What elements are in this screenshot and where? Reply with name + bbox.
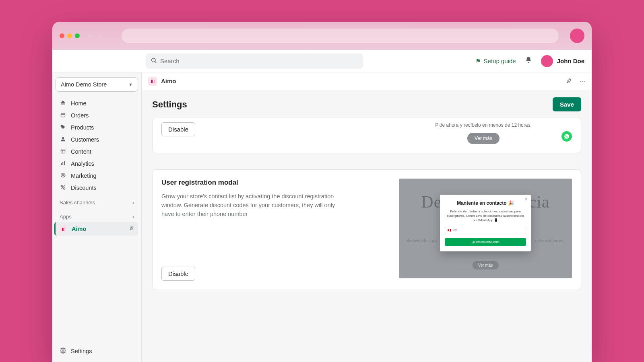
- app-header-actions: ⋯: [566, 78, 585, 85]
- sidebar-item-content[interactable]: Content: [56, 146, 138, 158]
- page-title: Settings: [152, 99, 187, 110]
- disable-button[interactable]: Disable: [161, 122, 195, 136]
- tag-icon: [60, 124, 66, 131]
- chevron-right-icon: ›: [132, 200, 134, 206]
- svg-point-0: [152, 58, 155, 62]
- sidebar: Aimo Demo Store ▼ Home Orders Products: [52, 72, 142, 362]
- sidebar-item-settings[interactable]: Settings: [56, 345, 138, 357]
- browser-window: ← → ⚑ Setup guide: [52, 22, 592, 362]
- more-icon[interactable]: ⋯: [579, 78, 585, 85]
- preview-caption: Pide ahora y recíbelo en menos de 12 hor…: [395, 122, 572, 128]
- card1-preview: Pide ahora y recíbelo en menos de 12 hor…: [395, 122, 572, 144]
- orders-icon: [60, 112, 66, 119]
- svg-rect-2: [61, 113, 65, 117]
- chevron-right-icon: ›: [132, 214, 134, 220]
- sidebar-item-label: Content: [71, 148, 91, 155]
- sidebar-item-label: Products: [71, 124, 94, 131]
- section-title: User registration modal: [161, 179, 387, 187]
- modal-description: Entérate de ofertas y colecciones exclus…: [445, 209, 526, 223]
- sidebar-item-label: Discounts: [71, 185, 97, 191]
- sidebar-item-marketing[interactable]: Marketing: [56, 170, 138, 182]
- registration-modal-preview: Des xxxxxxx ncia Bienvenido Tops xxxxxxx…: [399, 179, 572, 278]
- phone-input[interactable]: 🇵🇪 +51: [445, 227, 526, 234]
- sidebar-item-label: Aimo: [72, 226, 124, 232]
- apps-heading[interactable]: Apps ›: [56, 208, 138, 222]
- svg-point-10: [61, 185, 62, 187]
- pin-icon[interactable]: [129, 226, 134, 232]
- percent-icon: [60, 184, 66, 191]
- content-area: ◧ Aimo ⋯ Settings Save: [142, 72, 592, 362]
- svg-rect-6: [62, 162, 63, 165]
- preview-ver-mas-button: Ver más: [473, 261, 499, 269]
- sidebar-item-home[interactable]: Home: [56, 97, 138, 109]
- sidebar-item-discounts[interactable]: Discounts: [56, 182, 138, 194]
- aimo-app-icon: ◧: [60, 225, 67, 232]
- sidebar-bottom: Settings: [56, 339, 138, 357]
- home-icon: [60, 100, 66, 107]
- svg-point-9: [62, 175, 64, 176]
- cards-container: Disable Pide ahora y recíbelo en menos d…: [142, 117, 592, 302]
- aimo-badge-icon: ◧: [148, 77, 157, 86]
- svg-point-13: [62, 350, 64, 352]
- setup-guide-label: Setup guide: [484, 58, 516, 64]
- modal-title: Mantente en contacto 🎉: [445, 200, 526, 206]
- sales-channels-heading[interactable]: Sales channels ›: [56, 194, 138, 208]
- store-name: Aimo Demo Store: [61, 81, 107, 88]
- sidebar-item-label: Settings: [71, 348, 92, 354]
- sidebar-item-label: Orders: [71, 112, 89, 119]
- card-order-tracking: Disable Pide ahora y recíbelo en menos d…: [152, 117, 581, 153]
- sidebar-item-aimo[interactable]: ◧ Aimo: [54, 222, 138, 236]
- svg-line-12: [61, 185, 65, 189]
- page-header: Settings Save: [142, 90, 592, 117]
- window-close-icon[interactable]: [60, 33, 64, 38]
- svg-rect-4: [61, 149, 65, 153]
- window-minimize-icon[interactable]: [67, 33, 72, 38]
- sub-right: rato de internet.: [535, 238, 565, 243]
- nav-arrows: ← →: [88, 32, 104, 39]
- user-icon: [60, 136, 66, 143]
- setup-guide-link[interactable]: ⚑ Setup guide: [475, 58, 516, 65]
- sidebar-item-customers[interactable]: Customers: [56, 134, 138, 146]
- ver-mas-button[interactable]: Ver más: [467, 133, 500, 144]
- section-description: Grow your store's contact list by activa…: [161, 192, 339, 218]
- user-avatar: [541, 55, 553, 67]
- gear-icon: [60, 348, 66, 355]
- window-zoom-icon[interactable]: [75, 33, 80, 38]
- browser-profile-avatar[interactable]: [570, 29, 584, 43]
- disable-button[interactable]: Disable: [161, 267, 195, 281]
- chevron-down-icon: ▼: [128, 82, 133, 87]
- content-icon: [60, 148, 66, 155]
- app-header: ◧ Aimo ⋯: [142, 72, 592, 90]
- sidebar-item-orders[interactable]: Orders: [56, 109, 138, 121]
- topbar-right: ⚑ Setup guide John Doe: [475, 55, 584, 67]
- modal-cta-button[interactable]: Quiero mi descuento: [445, 238, 526, 246]
- search-icon: [151, 57, 157, 65]
- svg-line-1: [155, 62, 156, 63]
- sidebar-item-label: Marketing: [71, 173, 97, 179]
- pin-icon[interactable]: [566, 78, 572, 85]
- flag-icon: ⚑: [475, 58, 481, 65]
- svg-point-8: [61, 173, 65, 177]
- browser-chrome: ← →: [52, 22, 592, 50]
- sidebar-item-analytics[interactable]: Analytics: [56, 158, 138, 170]
- traffic-lights: [60, 33, 80, 38]
- search-box[interactable]: [146, 53, 363, 69]
- svg-rect-5: [61, 163, 62, 165]
- svg-point-3: [62, 137, 64, 139]
- store-selector[interactable]: Aimo Demo Store ▼: [56, 77, 138, 92]
- close-icon[interactable]: ✕: [524, 197, 528, 202]
- search-input[interactable]: [160, 58, 358, 64]
- svg-rect-7: [64, 161, 65, 165]
- nav-back-icon[interactable]: ←: [88, 32, 94, 39]
- save-button[interactable]: Save: [553, 97, 581, 111]
- app-shell: ⚑ Setup guide John Doe Aimo Demo Store ▼: [52, 50, 592, 362]
- whatsapp-icon[interactable]: [561, 131, 572, 142]
- user-menu[interactable]: John Doe: [541, 55, 584, 67]
- sidebar-item-products[interactable]: Products: [56, 121, 138, 134]
- sidebar-item-label: Analytics: [71, 160, 94, 167]
- url-bar[interactable]: [122, 29, 559, 43]
- dial-code: +51: [453, 229, 458, 232]
- sub-left: Bienvenido Tops: [407, 238, 438, 243]
- notifications-icon[interactable]: [525, 56, 532, 66]
- nav-forward-icon: →: [97, 32, 104, 39]
